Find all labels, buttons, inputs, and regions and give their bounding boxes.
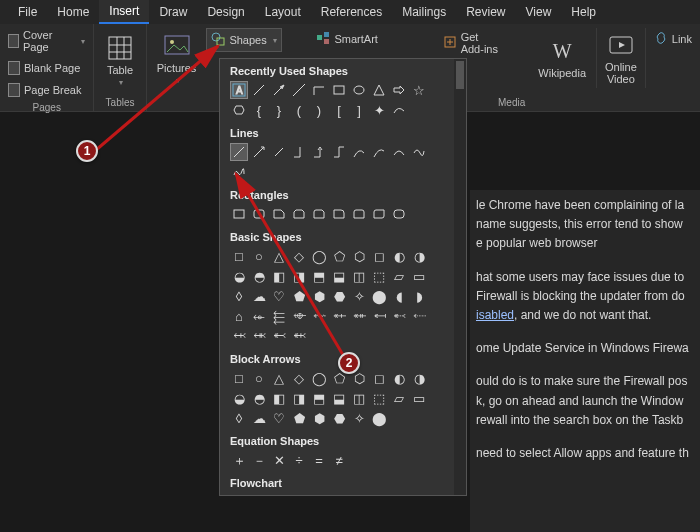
shape-basic-13[interactable]: ◨ xyxy=(290,267,308,285)
shape-arrow-26[interactable]: ✧ xyxy=(350,409,368,427)
doc-link[interactable]: isabled xyxy=(476,308,514,322)
shape-lparen[interactable]: ( xyxy=(290,101,308,119)
shape-basic-5[interactable]: ⬠ xyxy=(330,247,348,265)
shape-basic-35[interactable]: ⬴ xyxy=(330,307,348,325)
shape-elbow-arrow[interactable] xyxy=(310,143,328,161)
shape-arrow-21[interactable]: ☁ xyxy=(250,409,268,427)
shape-line-arrow2[interactable] xyxy=(250,143,268,161)
shape-triangle[interactable] xyxy=(370,81,388,99)
shape-basic-11[interactable]: ◓ xyxy=(250,267,268,285)
shape-rbracket[interactable]: ] xyxy=(350,101,368,119)
shape-basic-28[interactable]: ◖ xyxy=(390,287,408,305)
shape-arrow-14[interactable]: ⬒ xyxy=(310,389,328,407)
shape-basic-26[interactable]: ✧ xyxy=(350,287,368,305)
shape-basic-36[interactable]: ⬵ xyxy=(350,307,368,325)
shape-round2same[interactable] xyxy=(350,205,368,223)
shape-arrow-23[interactable]: ⬟ xyxy=(290,409,308,427)
menu-help[interactable]: Help xyxy=(561,1,606,23)
shape-lbracket[interactable]: [ xyxy=(330,101,348,119)
menu-references[interactable]: References xyxy=(311,1,392,23)
shape-basic-33[interactable]: ⬲ xyxy=(290,307,308,325)
menu-draw[interactable]: Draw xyxy=(149,1,197,23)
menu-view[interactable]: View xyxy=(516,1,562,23)
shape-basic-32[interactable]: ⬱ xyxy=(270,307,288,325)
shape-arrow-1[interactable]: ○ xyxy=(250,369,268,387)
shape-round2diag[interactable] xyxy=(370,205,388,223)
scrollbar-thumb[interactable] xyxy=(456,61,464,89)
shape-basic-10[interactable]: ◒ xyxy=(230,267,248,285)
shape-starburst[interactable]: ✦ xyxy=(370,101,388,119)
shape-arrow-15[interactable]: ⬓ xyxy=(330,389,348,407)
shape-line-double2[interactable] xyxy=(270,143,288,161)
shape-basic-4[interactable]: ◯ xyxy=(310,247,328,265)
shape-rect1[interactable] xyxy=(230,205,248,223)
shape-minus[interactable]: － xyxy=(250,451,268,469)
shape-lbrace[interactable]: { xyxy=(250,101,268,119)
shape-line-basic[interactable] xyxy=(230,143,248,161)
shape-arrow-8[interactable]: ◐ xyxy=(390,369,408,387)
shape-basic-41[interactable]: ⬺ xyxy=(250,327,268,345)
shape-multiply[interactable]: ✕ xyxy=(270,451,288,469)
shape-freeform2[interactable] xyxy=(410,143,428,161)
shape-arrow-12[interactable]: ◧ xyxy=(270,389,288,407)
shape-basic-31[interactable]: ⬰ xyxy=(250,307,268,325)
shape-arrow-right[interactable] xyxy=(390,81,408,99)
shape-arrow-16[interactable]: ◫ xyxy=(350,389,368,407)
shape-basic-21[interactable]: ☁ xyxy=(250,287,268,305)
shape-basic-24[interactable]: ⬢ xyxy=(310,287,328,305)
shape-arrow-10[interactable]: ◒ xyxy=(230,389,248,407)
shape-basic-39[interactable]: ⬸ xyxy=(410,307,428,325)
shape-arrow-3[interactable]: ◇ xyxy=(290,369,308,387)
shape-star[interactable]: ☆ xyxy=(410,81,428,99)
shape-basic-14[interactable]: ⬒ xyxy=(310,267,328,285)
shape-basic-20[interactable]: ◊ xyxy=(230,287,248,305)
shape-line-double[interactable] xyxy=(290,81,308,99)
shape-arrow-18[interactable]: ▱ xyxy=(390,389,408,407)
shape-basic-0[interactable]: □ xyxy=(230,247,248,265)
menu-mailings[interactable]: Mailings xyxy=(392,1,456,23)
shape-equals[interactable]: = xyxy=(310,451,328,469)
dropdown-scrollbar[interactable] xyxy=(454,59,466,495)
shape-notequal[interactable]: ≠ xyxy=(330,451,348,469)
shape-curve-double[interactable] xyxy=(390,143,408,161)
shape-basic-2[interactable]: △ xyxy=(270,247,288,265)
menu-home[interactable]: Home xyxy=(47,1,99,23)
shape-rect[interactable] xyxy=(330,81,348,99)
shape-basic-3[interactable]: ◇ xyxy=(290,247,308,265)
page-break-button[interactable]: Page Break xyxy=(4,80,85,100)
shape-basic-12[interactable]: ◧ xyxy=(270,267,288,285)
shape-arrow-22[interactable]: ♡ xyxy=(270,409,288,427)
shapes-button[interactable]: Shapes▾ xyxy=(206,28,281,52)
shape-arrow-24[interactable]: ⬢ xyxy=(310,409,328,427)
shape-freeform[interactable] xyxy=(390,101,408,119)
shape-line[interactable] xyxy=(250,81,268,99)
shape-arrow-17[interactable]: ⬚ xyxy=(370,389,388,407)
blank-page-button[interactable]: Blank Page xyxy=(4,58,84,78)
shape-basic-1[interactable]: ○ xyxy=(250,247,268,265)
shape-elbow-double[interactable] xyxy=(330,143,348,161)
shape-basic-30[interactable]: ⌂ xyxy=(230,307,248,325)
online-video-button[interactable]: Online Video xyxy=(596,28,646,88)
get-addins-button[interactable]: Get Add-ins xyxy=(439,28,508,58)
shape-basic-6[interactable]: ⬡ xyxy=(350,247,368,265)
shape-arrow-2[interactable]: △ xyxy=(270,369,288,387)
shape-basic-25[interactable]: ⬣ xyxy=(330,287,348,305)
menu-review[interactable]: Review xyxy=(456,1,515,23)
shape-basic-17[interactable]: ⬚ xyxy=(370,267,388,285)
shape-curve-arrow[interactable] xyxy=(370,143,388,161)
shape-snipround[interactable] xyxy=(310,205,328,223)
shape-basic-15[interactable]: ⬓ xyxy=(330,267,348,285)
shape-basic-29[interactable]: ◗ xyxy=(410,287,428,305)
shape-basic-37[interactable]: ⬶ xyxy=(370,307,388,325)
shape-arrow-20[interactable]: ◊ xyxy=(230,409,248,427)
shape-oval[interactable] xyxy=(350,81,368,99)
shape-basic-34[interactable]: ⬳ xyxy=(310,307,328,325)
table-button[interactable]: Table▾ xyxy=(100,31,140,91)
shape-divide[interactable]: ÷ xyxy=(290,451,308,469)
shape-basic-42[interactable]: ⬻ xyxy=(270,327,288,345)
menu-insert[interactable]: Insert xyxy=(99,0,149,24)
shape-basic-43[interactable]: ⬼ xyxy=(290,327,308,345)
wikipedia-button[interactable]: W Wikipedia xyxy=(532,28,592,88)
shape-textbox[interactable]: A xyxy=(230,81,248,99)
shape-basic-22[interactable]: ♡ xyxy=(270,287,288,305)
